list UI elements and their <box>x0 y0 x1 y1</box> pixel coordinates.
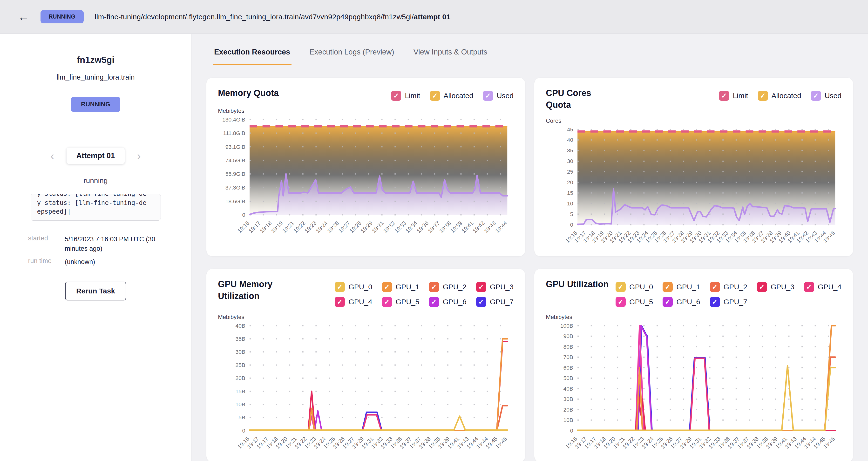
svg-text:35: 35 <box>567 148 573 154</box>
gpu-utilization-svg: 010B20B30B40B50B60B70B80B90B100B19:1619:… <box>546 321 841 456</box>
checkbox-checked-icon[interactable]: ✓ <box>616 282 626 292</box>
checkbox-checked-icon[interactable]: ✓ <box>391 91 401 101</box>
legend-row: ✓GPU_0✓GPU_1✓GPU_2✓GPU_3 <box>335 282 514 292</box>
legend-item-gpu_3[interactable]: ✓GPU_3 <box>476 282 514 292</box>
svg-text:18.6GiB: 18.6GiB <box>225 198 245 205</box>
svg-text:74.5GiB: 74.5GiB <box>225 157 245 163</box>
svg-text:19:27: 19:27 <box>337 220 351 234</box>
svg-text:0: 0 <box>570 222 574 228</box>
checkbox-checked-icon[interactable]: ✓ <box>710 297 720 307</box>
rerun-task-button[interactable]: Rerun Task <box>65 282 126 300</box>
tab-execution-logs[interactable]: Execution Logs (Preview) <box>308 48 396 65</box>
legend-item-gpu_0[interactable]: ✓GPU_0 <box>616 282 653 292</box>
svg-text:19:44: 19:44 <box>494 220 508 234</box>
checkbox-checked-icon[interactable]: ✓ <box>757 282 767 292</box>
legend-item-gpu_2[interactable]: ✓GPU_2 <box>429 282 466 292</box>
svg-text:90B: 90B <box>563 333 574 339</box>
svg-text:19:41: 19:41 <box>461 220 475 234</box>
runtime-value: (unknown) <box>65 257 95 267</box>
legend-label: GPU_4 <box>818 283 841 291</box>
svg-text:19:43: 19:43 <box>483 220 497 234</box>
svg-text:35B: 35B <box>236 336 245 342</box>
prev-attempt-icon[interactable]: ‹ <box>51 150 54 161</box>
attempt-label[interactable]: Attempt 01 <box>66 148 124 164</box>
legend-item-gpu_7[interactable]: ✓GPU_7 <box>710 297 747 307</box>
tab-view-inputs-outputs[interactable]: View Inputs & Outputs <box>412 48 489 65</box>
svg-text:19:28: 19:28 <box>348 220 363 234</box>
checkbox-checked-icon[interactable]: ✓ <box>616 297 626 307</box>
checkbox-checked-icon[interactable]: ✓ <box>382 297 392 307</box>
checkbox-checked-icon[interactable]: ✓ <box>811 91 821 101</box>
legend-item-gpu_3[interactable]: ✓GPU_3 <box>757 282 794 292</box>
gpu-memory-utilization-plot: 05B10B15B20B25B30B35B40B19:1619:1719:171… <box>218 321 514 457</box>
checkbox-checked-icon[interactable]: ✓ <box>335 297 345 307</box>
legend-label: Limit <box>733 92 748 100</box>
legend-item-used[interactable]: ✓Used <box>483 91 514 101</box>
svg-text:40B: 40B <box>563 386 574 392</box>
checkbox-checked-icon[interactable]: ✓ <box>483 91 493 101</box>
legend-item-gpu_5[interactable]: ✓GPU_5 <box>616 297 653 307</box>
legend-item-gpu_5[interactable]: ✓GPU_5 <box>382 297 419 307</box>
checkbox-checked-icon[interactable]: ✓ <box>429 282 439 292</box>
legend-item-gpu_1[interactable]: ✓GPU_1 <box>382 282 419 292</box>
svg-text:130.4GiB: 130.4GiB <box>222 117 245 123</box>
chart-title: GPU Utilization <box>546 278 609 290</box>
chart-legend: ✓Limit✓Allocated✓Used <box>391 87 514 101</box>
legend-item-gpu_6[interactable]: ✓GPU_6 <box>429 297 466 307</box>
legend-item-limit[interactable]: ✓Limit <box>391 91 420 101</box>
svg-text:0: 0 <box>242 212 245 218</box>
log-snippet[interactable]: y status: [llm-fine-tuning-de y status: … <box>31 194 161 221</box>
chart-title: GPU Memory Utilization <box>218 278 281 302</box>
legend-item-used[interactable]: ✓Used <box>811 91 841 101</box>
svg-text:19:26: 19:26 <box>326 220 340 234</box>
top-bar: ← RUNNING llm-fine-tuning/development/.f… <box>0 0 868 34</box>
svg-text:30: 30 <box>567 158 573 164</box>
checkbox-checked-icon[interactable]: ✓ <box>710 282 720 292</box>
back-arrow-icon[interactable]: ← <box>18 11 29 23</box>
legend-item-gpu_0[interactable]: ✓GPU_0 <box>335 282 372 292</box>
checkbox-checked-icon[interactable]: ✓ <box>719 91 729 101</box>
status-badge: RUNNING <box>40 10 84 23</box>
svg-text:93.1GiB: 93.1GiB <box>225 144 245 150</box>
svg-text:19:18: 19:18 <box>259 220 273 234</box>
checkbox-checked-icon[interactable]: ✓ <box>429 297 439 307</box>
checkbox-checked-icon[interactable]: ✓ <box>758 91 768 101</box>
gpu-utilization-card: GPU Utilization ✓GPU_0✓GPU_1✓GPU_2✓GPU_3… <box>534 269 853 461</box>
checkbox-checked-icon[interactable]: ✓ <box>476 297 486 307</box>
svg-text:5: 5 <box>570 211 574 217</box>
checkbox-checked-icon[interactable]: ✓ <box>430 91 440 101</box>
legend-item-gpu_7[interactable]: ✓GPU_7 <box>476 297 514 307</box>
legend-label: GPU_5 <box>629 298 653 306</box>
legend-item-gpu_4[interactable]: ✓GPU_4 <box>804 282 841 292</box>
svg-text:19:42: 19:42 <box>472 220 486 234</box>
legend-item-limit[interactable]: ✓Limit <box>719 91 748 101</box>
svg-text:111.8GiB: 111.8GiB <box>223 130 245 136</box>
svg-text:19:24: 19:24 <box>315 220 329 234</box>
legend-item-gpu_2[interactable]: ✓GPU_2 <box>710 282 747 292</box>
checkbox-checked-icon[interactable]: ✓ <box>804 282 814 292</box>
task-sidebar: fn1zw5gi llm_fine_tuning_lora.train RUNN… <box>0 34 191 461</box>
chart-unit-label: Mebibytes <box>218 314 514 320</box>
legend-item-gpu_6[interactable]: ✓GPU_6 <box>662 297 700 307</box>
checkbox-checked-icon[interactable]: ✓ <box>382 282 392 292</box>
breadcrumb[interactable]: llm-fine-tuning/development/.flytegen.ll… <box>95 13 451 21</box>
svg-text:0: 0 <box>570 428 574 434</box>
svg-text:15: 15 <box>567 190 573 196</box>
task-status-badge: RUNNING <box>71 97 120 112</box>
legend-label: GPU_3 <box>771 283 794 291</box>
legend-label: Used <box>497 92 514 100</box>
legend-item-gpu_1[interactable]: ✓GPU_1 <box>662 282 700 292</box>
checkbox-checked-icon[interactable]: ✓ <box>662 282 673 292</box>
legend-item-allocated[interactable]: ✓Allocated <box>430 91 473 101</box>
legend-item-gpu_4[interactable]: ✓GPU_4 <box>335 297 372 307</box>
svg-text:19:34: 19:34 <box>404 220 418 234</box>
series-gpu_3 <box>578 394 835 431</box>
checkbox-checked-icon[interactable]: ✓ <box>335 282 345 292</box>
svg-text:15B: 15B <box>236 388 245 395</box>
checkbox-checked-icon[interactable]: ✓ <box>476 282 486 292</box>
next-attempt-icon[interactable]: › <box>137 150 141 161</box>
legend-label: GPU_2 <box>723 283 747 291</box>
tab-execution-resources[interactable]: Execution Resources <box>213 48 291 65</box>
legend-item-allocated[interactable]: ✓Allocated <box>758 91 801 101</box>
checkbox-checked-icon[interactable]: ✓ <box>662 297 673 307</box>
